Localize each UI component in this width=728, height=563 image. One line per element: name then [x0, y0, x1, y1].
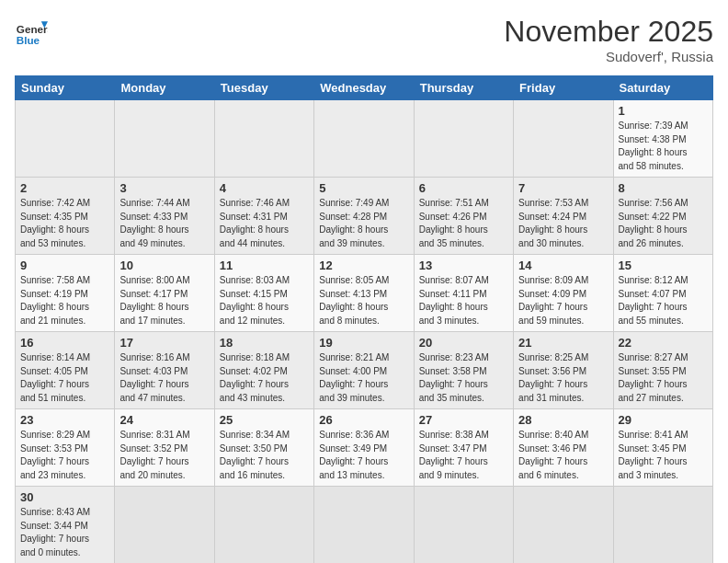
calendar-cell: 14Sunrise: 8:09 AM Sunset: 4:09 PM Dayli…: [514, 255, 613, 332]
day-number: 30: [20, 490, 109, 504]
day-info: Sunrise: 8:12 AM Sunset: 4:07 PM Dayligh…: [619, 274, 708, 327]
day-info: Sunrise: 8:40 AM Sunset: 3:46 PM Dayligh…: [518, 429, 608, 482]
calendar-cell: 27Sunrise: 8:38 AM Sunset: 3:47 PM Dayli…: [414, 409, 513, 487]
day-number: 19: [319, 336, 408, 350]
day-number: 27: [419, 413, 508, 427]
week-row-2: 2Sunrise: 7:42 AM Sunset: 4:35 PM Daylig…: [16, 178, 713, 255]
svg-text:Blue: Blue: [17, 34, 40, 46]
day-info: Sunrise: 8:23 AM Sunset: 3:58 PM Dayligh…: [419, 351, 508, 405]
day-number: 14: [518, 259, 608, 272]
day-info: Sunrise: 8:14 AM Sunset: 4:05 PM Dayligh…: [20, 351, 109, 405]
calendar-cell: [115, 487, 214, 564]
calendar-cell: 30Sunrise: 8:43 AM Sunset: 3:44 PM Dayli…: [16, 487, 115, 564]
day-info: Sunrise: 8:09 AM Sunset: 4:09 PM Dayligh…: [518, 274, 608, 327]
day-number: 5: [319, 181, 408, 195]
day-info: Sunrise: 8:16 AM Sunset: 4:03 PM Dayligh…: [119, 351, 209, 405]
day-number: 28: [518, 413, 608, 427]
day-info: Sunrise: 8:34 AM Sunset: 3:50 PM Dayligh…: [220, 429, 309, 482]
title-block: November 2025 Sudoverf', Russia: [504, 15, 713, 64]
calendar-cell: 18Sunrise: 8:18 AM Sunset: 4:02 PM Dayli…: [214, 332, 313, 409]
calendar-cell: 28Sunrise: 8:40 AM Sunset: 3:46 PM Dayli…: [514, 409, 613, 487]
day-number: 9: [20, 259, 109, 272]
calendar-cell: [314, 487, 414, 564]
day-number: 20: [419, 336, 508, 350]
day-number: 25: [220, 413, 309, 427]
calendar-cell: [514, 100, 613, 178]
weekday-header-friday: Friday: [514, 76, 613, 100]
calendar-cell: 19Sunrise: 8:21 AM Sunset: 4:00 PM Dayli…: [314, 332, 414, 409]
day-info: Sunrise: 8:21 AM Sunset: 4:00 PM Dayligh…: [319, 351, 408, 405]
day-number: 3: [119, 181, 209, 195]
month-title: November 2025: [504, 15, 713, 49]
week-row-5: 23Sunrise: 8:29 AM Sunset: 3:53 PM Dayli…: [16, 409, 713, 487]
calendar-cell: [414, 487, 513, 564]
day-info: Sunrise: 8:18 AM Sunset: 4:02 PM Dayligh…: [220, 351, 309, 405]
logo: General Blue: [15, 15, 48, 48]
calendar-cell: 12Sunrise: 8:05 AM Sunset: 4:13 PM Dayli…: [314, 255, 414, 332]
day-info: Sunrise: 8:27 AM Sunset: 3:55 PM Dayligh…: [619, 351, 708, 405]
day-info: Sunrise: 7:53 AM Sunset: 4:24 PM Dayligh…: [518, 197, 608, 250]
day-info: Sunrise: 8:41 AM Sunset: 3:45 PM Dayligh…: [619, 429, 708, 482]
day-number: 18: [220, 336, 309, 350]
day-info: Sunrise: 7:51 AM Sunset: 4:26 PM Dayligh…: [419, 197, 508, 250]
day-info: Sunrise: 7:49 AM Sunset: 4:28 PM Dayligh…: [319, 197, 408, 250]
day-number: 17: [119, 336, 209, 350]
calendar-cell: 9Sunrise: 7:58 AM Sunset: 4:19 PM Daylig…: [16, 255, 115, 332]
day-info: Sunrise: 8:43 AM Sunset: 3:44 PM Dayligh…: [20, 506, 109, 559]
calendar-cell: 10Sunrise: 8:00 AM Sunset: 4:17 PM Dayli…: [115, 255, 214, 332]
calendar-cell: [314, 100, 414, 178]
location: Sudoverf', Russia: [504, 49, 713, 64]
calendar-cell: 8Sunrise: 7:56 AM Sunset: 4:22 PM Daylig…: [613, 178, 712, 255]
day-number: 22: [619, 336, 708, 350]
day-info: Sunrise: 7:58 AM Sunset: 4:19 PM Dayligh…: [20, 274, 109, 327]
calendar-cell: 13Sunrise: 8:07 AM Sunset: 4:11 PM Dayli…: [414, 255, 513, 332]
day-number: 10: [119, 259, 209, 272]
day-info: Sunrise: 8:36 AM Sunset: 3:49 PM Dayligh…: [319, 429, 408, 482]
day-number: 21: [518, 336, 608, 350]
weekday-header-tuesday: Tuesday: [214, 76, 313, 100]
calendar-cell: 11Sunrise: 8:03 AM Sunset: 4:15 PM Dayli…: [214, 255, 313, 332]
calendar-cell: 1Sunrise: 7:39 AM Sunset: 4:38 PM Daylig…: [613, 100, 712, 178]
calendar-cell: 25Sunrise: 8:34 AM Sunset: 3:50 PM Dayli…: [214, 409, 313, 487]
day-number: 26: [319, 413, 408, 427]
calendar-cell: 22Sunrise: 8:27 AM Sunset: 3:55 PM Dayli…: [613, 332, 712, 409]
calendar-cell: [214, 100, 313, 178]
day-info: Sunrise: 8:25 AM Sunset: 3:56 PM Dayligh…: [518, 351, 608, 405]
calendar-table: SundayMondayTuesdayWednesdayThursdayFrid…: [15, 75, 713, 563]
week-row-3: 9Sunrise: 7:58 AM Sunset: 4:19 PM Daylig…: [16, 255, 713, 332]
day-number: 6: [419, 181, 508, 195]
day-info: Sunrise: 7:42 AM Sunset: 4:35 PM Dayligh…: [20, 197, 109, 250]
day-info: Sunrise: 8:38 AM Sunset: 3:47 PM Dayligh…: [419, 429, 508, 482]
calendar-cell: 3Sunrise: 7:44 AM Sunset: 4:33 PM Daylig…: [115, 178, 214, 255]
page-header: General Blue November 2025 Sudoverf', Ru…: [15, 15, 713, 64]
day-number: 8: [619, 181, 708, 195]
day-number: 24: [119, 413, 209, 427]
calendar-cell: 7Sunrise: 7:53 AM Sunset: 4:24 PM Daylig…: [514, 178, 613, 255]
weekday-header-wednesday: Wednesday: [314, 76, 414, 100]
day-number: 16: [20, 336, 109, 350]
calendar-cell: [214, 487, 313, 564]
weekday-header-monday: Monday: [115, 76, 214, 100]
weekday-header-row: SundayMondayTuesdayWednesdayThursdayFrid…: [16, 76, 713, 100]
day-info: Sunrise: 8:00 AM Sunset: 4:17 PM Dayligh…: [119, 274, 209, 327]
day-info: Sunrise: 8:29 AM Sunset: 3:53 PM Dayligh…: [20, 429, 109, 482]
weekday-header-thursday: Thursday: [414, 76, 513, 100]
weekday-header-saturday: Saturday: [613, 76, 712, 100]
calendar-cell: 17Sunrise: 8:16 AM Sunset: 4:03 PM Dayli…: [115, 332, 214, 409]
day-info: Sunrise: 8:05 AM Sunset: 4:13 PM Dayligh…: [319, 274, 408, 327]
logo-icon: General Blue: [15, 15, 48, 48]
day-info: Sunrise: 7:44 AM Sunset: 4:33 PM Dayligh…: [119, 197, 209, 250]
calendar-cell: 29Sunrise: 8:41 AM Sunset: 3:45 PM Dayli…: [613, 409, 712, 487]
day-number: 4: [220, 181, 309, 195]
day-info: Sunrise: 7:56 AM Sunset: 4:22 PM Dayligh…: [619, 197, 708, 250]
calendar-cell: [514, 487, 613, 564]
day-number: 2: [20, 181, 109, 195]
week-row-6: 30Sunrise: 8:43 AM Sunset: 3:44 PM Dayli…: [16, 487, 713, 564]
week-row-1: 1Sunrise: 7:39 AM Sunset: 4:38 PM Daylig…: [16, 100, 713, 178]
calendar-cell: [115, 100, 214, 178]
day-number: 29: [619, 413, 708, 427]
day-number: 23: [20, 413, 109, 427]
day-number: 1: [619, 104, 708, 118]
day-number: 13: [419, 259, 508, 272]
calendar-cell: 24Sunrise: 8:31 AM Sunset: 3:52 PM Dayli…: [115, 409, 214, 487]
